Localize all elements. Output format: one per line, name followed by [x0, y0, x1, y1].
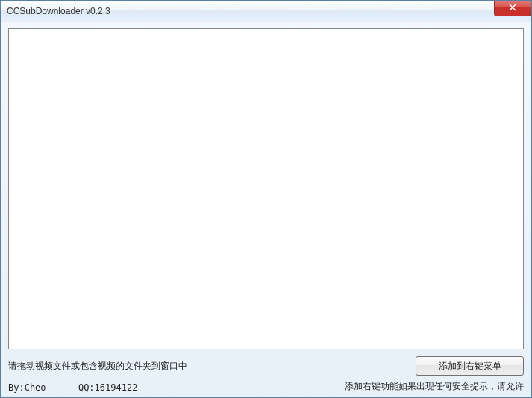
window-title: CCSubDownloader v0.2.3: [7, 6, 110, 16]
close-icon: [509, 3, 516, 13]
client-area: 请拖动视频文件或包含视频的文件夹到窗口中 添加到右键菜单 By:Cheo QQ:…: [1, 22, 531, 397]
bottom-row: 请拖动视频文件或包含视频的文件夹到窗口中 添加到右键菜单: [8, 355, 524, 376]
titlebar[interactable]: CCSubDownloader v0.2.3: [1, 1, 531, 22]
credits-text: By:Cheo QQ:16194122: [8, 382, 137, 393]
app-window: CCSubDownloader v0.2.3 请拖动视频文件或包含视频的文件夹到…: [0, 0, 532, 398]
drop-area[interactable]: [8, 28, 524, 349]
close-button[interactable]: [494, 1, 531, 16]
add-context-menu-button[interactable]: 添加到右键菜单: [416, 356, 524, 376]
security-warning-text: 添加右键功能如果出现任何安全提示，请允许: [345, 380, 524, 393]
footer-row: By:Cheo QQ:16194122 添加右键功能如果出现任何安全提示，请允许: [8, 379, 524, 393]
instruction-text: 请拖动视频文件或包含视频的文件夹到窗口中: [8, 360, 187, 373]
